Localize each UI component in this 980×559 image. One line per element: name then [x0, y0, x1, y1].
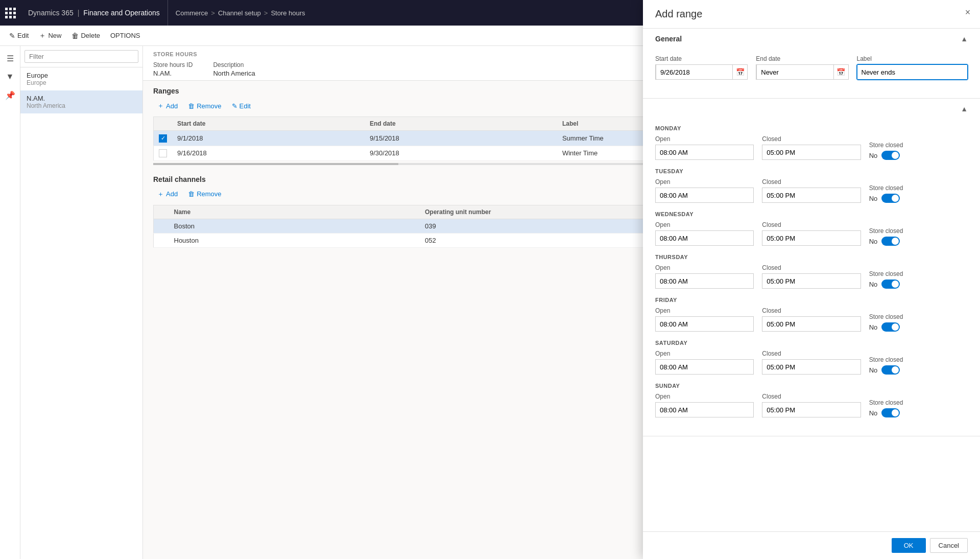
retail-add-button[interactable]: ＋ Add — [153, 188, 182, 201]
store-closed-field-thursday: Store closed No — [869, 270, 968, 289]
sidebar-item-nam[interactable]: N.AM. North America — [20, 90, 142, 113]
open-input-tuesday[interactable] — [655, 188, 754, 203]
sidebar-list: Europe Europe N.AM. North America — [20, 67, 142, 559]
filter-button[interactable]: ▼ — [2, 68, 18, 85]
label-input[interactable] — [857, 64, 968, 80]
general-section: General ▲ Start date 📅 End date — [643, 29, 980, 99]
ranges-add-button[interactable]: ＋ Add — [153, 99, 182, 112]
day-label-saturday: SATURDAY — [655, 340, 968, 346]
sidebar-item-europe[interactable]: Europe Europe — [20, 67, 142, 90]
days-section-header[interactable]: ▲ — [643, 99, 980, 119]
day-section-monday: MONDAY Open Closed Store closed No — [655, 125, 968, 160]
general-section-header[interactable]: General ▲ — [643, 29, 980, 49]
row-check — [154, 219, 169, 233]
icon-bar: ☰ ▼ 📌 — [0, 46, 20, 559]
rc-col-name: Name — [169, 205, 420, 219]
waffle-menu-button[interactable] — [0, 0, 20, 26]
end-date-field: End date 📅 — [756, 55, 848, 80]
new-button[interactable]: ＋ New — [35, 29, 65, 42]
add-icon: ＋ — [39, 31, 46, 40]
modal-close-button[interactable]: × — [961, 5, 975, 19]
day-label-thursday: THURSDAY — [655, 254, 968, 260]
open-input-sunday[interactable] — [655, 402, 754, 417]
open-input-friday[interactable] — [655, 316, 754, 332]
day-label-friday: FRIDAY — [655, 297, 968, 303]
store-closed-no-thursday: No — [869, 281, 878, 288]
closed-input-friday[interactable] — [762, 316, 861, 332]
store-closed-toggle-friday[interactable] — [881, 322, 900, 332]
store-closed-no-wednesday: No — [869, 238, 878, 245]
ok-button[interactable]: OK — [892, 538, 926, 553]
store-closed-field-tuesday: Store closed No — [869, 184, 968, 203]
store-closed-no-saturday: No — [869, 366, 878, 374]
store-closed-toggle-sunday[interactable] — [881, 408, 900, 417]
options-button[interactable]: OPTIONS — [106, 30, 145, 41]
rc-col-check — [154, 205, 169, 219]
row-end-date: 9/15/2018 — [365, 131, 557, 146]
general-label: General — [655, 35, 682, 43]
day-fields-wednesday: Open Closed Store closed No — [655, 221, 968, 246]
pin-button[interactable]: 📌 — [2, 87, 18, 103]
end-date-input[interactable] — [756, 64, 833, 80]
start-date-input[interactable] — [656, 64, 733, 80]
store-closed-field-friday: Store closed No — [869, 313, 968, 332]
add-range-modal: × Add range General ▲ Start date 📅 — [643, 0, 980, 559]
day-label-wednesday: WEDNESDAY — [655, 211, 968, 217]
remove-icon: 🗑 — [188, 102, 195, 110]
delete-icon: 🗑 — [71, 32, 79, 40]
breadcrumb-store-hours[interactable]: Store hours — [271, 9, 305, 17]
store-closed-toggle-tuesday[interactable] — [881, 194, 900, 203]
store-closed-toggle-thursday[interactable] — [881, 280, 900, 289]
start-date-calendar-button[interactable]: 📅 — [733, 65, 747, 79]
store-closed-field-saturday: Store closed No — [869, 356, 968, 375]
waffle-icon — [5, 8, 16, 18]
open-input-wednesday[interactable] — [655, 230, 754, 246]
breadcrumb: Commerce > Channel setup > Store hours — [168, 9, 313, 17]
cancel-button[interactable]: Cancel — [930, 538, 968, 553]
days-section-content: MONDAY Open Closed Store closed No — [643, 119, 980, 436]
retail-remove-button[interactable]: 🗑 Remove — [184, 188, 225, 201]
closed-field-wednesday: Closed — [762, 221, 861, 246]
store-closed-toggle-monday[interactable] — [881, 151, 900, 160]
closed-input-wednesday[interactable] — [762, 230, 861, 246]
open-input-thursday[interactable] — [655, 273, 754, 289]
day-fields-tuesday: Open Closed Store closed No — [655, 178, 968, 203]
sidebar-filter-input[interactable] — [25, 50, 138, 63]
closed-input-tuesday[interactable] — [762, 188, 861, 203]
ranges-edit-button[interactable]: ✎ Edit — [228, 99, 255, 112]
closed-input-monday[interactable] — [762, 145, 861, 160]
start-date-field: Start date 📅 — [655, 55, 748, 80]
breadcrumb-channel-setup[interactable]: Channel setup — [218, 9, 261, 17]
closed-field-saturday: Closed — [762, 350, 861, 375]
open-input-saturday[interactable] — [655, 359, 754, 375]
open-input-monday[interactable] — [655, 145, 754, 160]
store-closed-no-friday: No — [869, 323, 878, 331]
day-fields-monday: Open Closed Store closed No — [655, 135, 968, 160]
store-hours-desc-value: North America — [213, 69, 255, 77]
end-date-calendar-button[interactable]: 📅 — [834, 65, 848, 79]
delete-button[interactable]: 🗑 Delete — [67, 30, 104, 42]
row-start-date: 9/16/2018 — [172, 146, 365, 160]
store-closed-toggle-wednesday[interactable] — [881, 237, 900, 246]
row-start-date: 9/1/2018 — [172, 131, 365, 146]
store-hours-id-field: Store hours ID N.AM. — [153, 61, 193, 77]
modal-title: Add range — [643, 0, 980, 29]
add-icon: ＋ — [157, 101, 164, 110]
ranges-remove-button[interactable]: 🗑 Remove — [184, 99, 225, 112]
breadcrumb-commerce[interactable]: Commerce — [176, 9, 208, 17]
store-closed-field-wednesday: Store closed No — [869, 227, 968, 246]
checkbox-checked-icon: ✓ — [159, 134, 167, 143]
store-closed-toggle-saturday[interactable] — [881, 365, 900, 375]
row-check[interactable]: ✓ — [154, 131, 173, 146]
row-check[interactable] — [154, 146, 173, 160]
closed-input-thursday[interactable] — [762, 273, 861, 289]
closed-input-sunday[interactable] — [762, 402, 861, 417]
ranges-col-startdate: Start date — [172, 117, 365, 131]
nav-hamburger-button[interactable]: ☰ — [2, 50, 18, 66]
day-section-tuesday: TUESDAY Open Closed Store closed No — [655, 168, 968, 203]
edit-button[interactable]: ✎ Edit — [5, 30, 33, 42]
day-label-monday: MONDAY — [655, 125, 968, 131]
day-label-sunday: SUNDAY — [655, 383, 968, 389]
brand-d365-label[interactable]: Dynamics 365 — [28, 9, 74, 17]
closed-input-saturday[interactable] — [762, 359, 861, 375]
